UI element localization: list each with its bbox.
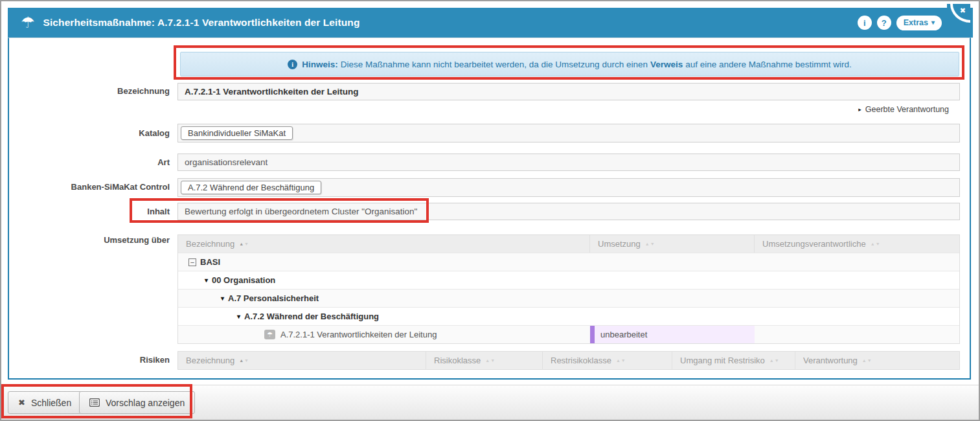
risiken-table-label: Risiken [14,355,170,365]
caret-down-icon[interactable]: ▾ [237,313,240,320]
bezeichnung-field: A.7.2.1-1 Verantwortlichkeiten der Leitu… [177,83,960,100]
umsetzung-table: Bezeichnung ▲▼ Umsetzung ▲▼ Umsetzungsve… [177,234,960,344]
list-icon [89,398,100,407]
sort-icon: ▲▼ [862,358,872,363]
chevron-down-icon: ▾ [931,19,935,26]
art-value: organisationsrelevant [185,157,268,167]
katalog-field: Bankindividueller SiMaKat [177,124,960,142]
suggestion-button-label: Vorschlag anzeigen [106,398,185,408]
extras-label: Extras [904,18,928,27]
help-button[interactable]: ? [877,16,891,30]
caret-down-icon[interactable]: ▾ [221,295,224,302]
column-header-label: Bezeichnung [186,239,234,249]
column-header-label: Risikoklasse [434,356,481,365]
inhalt-field: Bewertung erfolgt in übergeordnetem Clus… [177,203,960,220]
geerbte-verantwortung-label: Geerbte Verantwortung [865,105,949,114]
status-badge: unbearbeitet [590,326,755,343]
info-icon: i [863,18,866,28]
close-button[interactable]: ✖ [947,4,970,26]
column-header-umsetzung[interactable]: Umsetzung ▲▼ [590,235,755,253]
art-label: Art [14,157,170,167]
empty-cell [755,326,959,343]
caret-right-icon: ▸ [858,106,861,113]
column-header-label: Restrisikoklasse [551,356,611,365]
status-label: unbearbeitet [600,330,647,339]
dialog-title: Sicherheitsmaßnahme: A.7.2.1-1 Verantwor… [43,17,360,28]
close-x-icon: ✖ [18,398,25,407]
info-button[interactable]: i [858,16,872,30]
hint-text-end: auf eine andere Maßnahme bestimmt wird. [685,60,852,69]
measure-umbrella-icon: ☂ [264,330,275,339]
column-header-label: Umgang mit Restrisiko [680,356,765,365]
sort-icon: ▲▼ [769,358,779,363]
close-dialog-button[interactable]: ✖ Schließen [8,391,82,414]
control-chip[interactable]: A.7.2 Während der Beschäftigung [181,181,321,194]
show-suggestion-button[interactable]: Vorschlag anzeigen [79,391,195,414]
column-header-restrisikoklasse[interactable]: Restrisikoklasse ▲▼ [543,352,672,369]
dialog-window: ☂ Sicherheitsmaßnahme: A.7.2.1-1 Verantw… [0,0,980,421]
extras-button[interactable]: Extras ▾ [896,16,942,30]
close-button-label: Schließen [31,398,71,408]
help-icon: ? [882,18,887,28]
sort-icon: ▲▼ [485,358,495,363]
bezeichnung-value: A.7.2.1-1 Verantwortlichkeiten der Leitu… [185,87,359,97]
close-icon: ✖ [960,6,966,15]
inhalt-value: Bewertung erfolgt in übergeordnetem Clus… [185,207,417,216]
hint-banner: i Hinweis: Diese Maßnahme kann nicht bea… [180,52,959,76]
dialog-content: i Hinweis: Diese Maßnahme kann nicht bea… [8,38,971,380]
art-field: organisationsrelevant [177,154,960,171]
umsetzung-table-label: Umsetzung über [14,235,170,245]
tree-row-organisation[interactable]: ▾ 00 Organisation [178,271,959,289]
katalog-label: Katalog [14,128,170,138]
umsetzung-table-header: Bezeichnung ▲▼ Umsetzung ▲▼ Umsetzungsve… [178,235,959,253]
column-header-label: Umsetzungsverantwortliche [762,239,866,249]
control-field: A.7.2 Während der Beschäftigung [177,178,960,197]
column-header-verantwortung[interactable]: Verantwortung ▲▼ [795,352,959,369]
column-header-label: Verantwortung [803,356,858,365]
bezeichnung-label: Bezeichnung [14,86,170,96]
column-header-risikoklasse[interactable]: Risikoklasse ▲▼ [426,352,543,369]
tree-row-personalsicherheit[interactable]: ▾ A.7 Personalsicherheit [178,289,959,307]
katalog-chip[interactable]: Bankindividueller SiMaKat [181,126,293,140]
column-header-bezeichnung[interactable]: Bezeichnung ▲▼ [178,235,590,253]
inhalt-label: Inhalt [14,207,170,216]
collapse-icon[interactable]: − [188,258,196,266]
sort-icon: ▲▼ [239,358,249,363]
column-header-label: Bezeichnung [186,356,234,365]
hint-text: Diese Maßnahme kann nicht bearbeitet wer… [341,60,648,69]
tree-node-label: A.7.2 Während der Beschäftigung [244,312,379,321]
tree-node-label: A.7 Personalsicherheit [228,293,319,303]
tree-row-basi[interactable]: − BASI [178,253,959,271]
geerbte-verantwortung-link[interactable]: ▸ Geerbte Verantwortung [858,105,949,114]
sort-icon: ▲▼ [239,242,249,246]
risiken-table-header: Bezeichnung ▲▼ Risikoklasse ▲▼ Restrisik… [178,352,959,369]
titlebar-actions: i ? Extras ▾ [858,8,942,38]
caret-down-icon[interactable]: ▾ [205,277,208,284]
control-label: Banken-SiMaKat Control [14,182,170,192]
sort-icon: ▲▼ [616,358,626,363]
info-circle-icon: i [288,60,297,69]
umbrella-icon: ☂ [21,15,35,30]
hint-label: Hinweis: [302,60,338,69]
tree-row-waehrend-beschaeftigung[interactable]: ▾ A.7.2 Während der Beschäftigung [178,307,959,325]
column-header-risiko-bezeichnung[interactable]: Bezeichnung ▲▼ [178,352,426,369]
column-header-umsetzungsverantwortliche[interactable]: Umsetzungsverantwortliche ▲▼ [755,235,959,253]
tree-node-label: A.7.2.1-1 Verantwortlichkeiten der Leitu… [280,330,437,339]
tree-node-label: BASI [200,257,220,267]
hint-bold-word: Verweis [650,60,683,69]
dialog-footer: ✖ Schließen Vorschlag anzeigen [1,385,979,420]
tree-row-massnahme[interactable]: ☂ A.7.2.1-1 Verantwortlichkeiten der Lei… [178,325,959,343]
sort-icon: ▲▼ [645,242,655,246]
column-header-umgang-restrisiko[interactable]: Umgang mit Restrisiko ▲▼ [672,352,795,369]
sort-icon: ▲▼ [871,242,880,246]
dialog-titlebar: ☂ Sicherheitsmaßnahme: A.7.2.1-1 Verantw… [8,8,973,38]
risiken-table: Bezeichnung ▲▼ Risikoklasse ▲▼ Restrisik… [177,351,960,370]
column-header-label: Umsetzung [598,239,641,249]
tree-node-label: 00 Organisation [212,275,275,285]
